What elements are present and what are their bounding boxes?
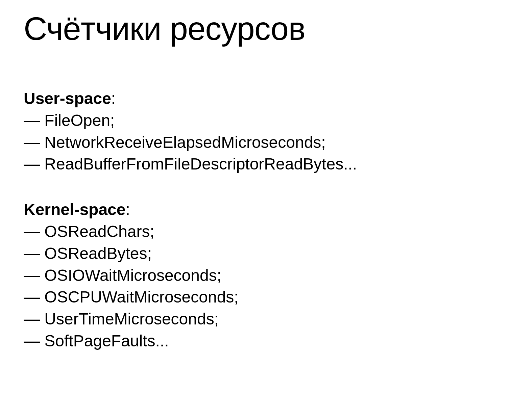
dash-icon: — bbox=[24, 244, 44, 262]
list-item: — SoftPageFaults... bbox=[24, 330, 485, 352]
dash-icon: — bbox=[24, 310, 44, 328]
list-item-text: OSReadChars; bbox=[44, 222, 154, 240]
list-item: — FileOpen; bbox=[24, 110, 485, 132]
list-item-text: FileOpen; bbox=[44, 111, 115, 129]
list-item-text: NetworkReceiveElapsedMicroseconds; bbox=[44, 133, 325, 151]
section-header-label: User-space bbox=[24, 89, 111, 107]
list-item: — OSReadBytes; bbox=[24, 243, 485, 265]
list-item-text: SoftPageFaults... bbox=[44, 332, 169, 350]
list-item: — OSReadChars; bbox=[24, 221, 485, 243]
list-item: — OSIOWaitMicroseconds; bbox=[24, 265, 485, 287]
list-item-text: OSCPUWaitMicroseconds; bbox=[44, 288, 238, 306]
dash-icon: — bbox=[24, 111, 44, 129]
list-item-text: OSIOWaitMicroseconds; bbox=[44, 266, 221, 284]
dash-icon: — bbox=[24, 332, 44, 350]
list-item: — OSCPUWaitMicroseconds; bbox=[24, 286, 485, 308]
section-kernel-space: Kernel-space: — OSReadChars; — OSReadByt… bbox=[24, 199, 485, 352]
list-item-text: ReadBufferFromFileDescriptorReadBytes... bbox=[44, 155, 357, 173]
section-header: Kernel-space: bbox=[24, 199, 485, 221]
list-item: — NetworkReceiveElapsedMicroseconds; bbox=[24, 132, 485, 154]
list-item-text: OSReadBytes; bbox=[44, 244, 151, 262]
list-item-text: UserTimeMicroseconds; bbox=[44, 310, 219, 328]
section-header: User-space: bbox=[24, 88, 485, 110]
list-item: — UserTimeMicroseconds; bbox=[24, 308, 485, 330]
dash-icon: — bbox=[24, 155, 44, 173]
dash-icon: — bbox=[24, 222, 44, 240]
section-header-label: Kernel-space bbox=[24, 201, 125, 218]
dash-icon: — bbox=[24, 288, 44, 306]
dash-icon: — bbox=[24, 133, 44, 151]
section-user-space: User-space: — FileOpen; — NetworkReceive… bbox=[24, 88, 485, 175]
page-title: Счётчики ресурсов bbox=[24, 10, 485, 47]
dash-icon: — bbox=[24, 266, 44, 284]
list-item: — ReadBufferFromFileDescriptorReadBytes.… bbox=[24, 153, 485, 175]
